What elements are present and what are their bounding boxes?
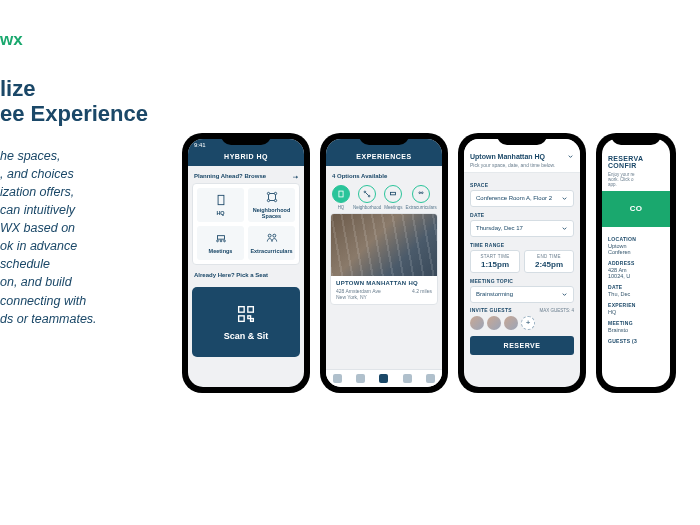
topic-label: MEETING TOPIC [470,278,574,284]
title-line-2: ee Experience [0,101,148,126]
avatar[interactable] [504,316,518,330]
category-neighborhood[interactable]: Neighborhood [353,185,381,210]
svg-rect-21 [239,315,245,321]
form-header: Uptown Manhattan HQ Pick your space, dat… [464,139,580,173]
end-time-select[interactable]: END TIME 2:45pm [524,250,574,273]
loc-label: LOCATION [608,236,664,242]
phone-hybrid-hq: 9:41 HYBRID HQ Planning Ahead? Browse ⇢ … [182,133,310,393]
svg-point-30 [422,191,424,193]
meeting-icon [214,231,228,245]
tile-label: Extracurriculars [250,248,292,254]
tab-profile[interactable] [426,374,435,383]
tile-label: Neighborhood Spaces [248,207,295,219]
tab-bar [326,369,442,387]
svg-point-18 [272,234,275,237]
tile-extracurriculars[interactable]: Extracurriculars [248,226,295,260]
page-description: he spaces, , and choices ization offers,… [0,147,170,328]
guest-avatars: + [470,316,574,330]
addr-value: 428 Am 10024, U [608,267,664,279]
tile-meetings[interactable]: Meetings [197,226,244,260]
chevron-down-icon [561,195,568,202]
svg-rect-23 [251,318,254,321]
tile-label: Meetings [209,248,233,254]
svg-rect-24 [339,191,343,197]
brand-logo: wx [0,30,170,50]
tile-hq[interactable]: HQ [197,188,244,222]
svg-point-16 [223,240,225,242]
phone-experiences: EXPERIENCES 4 Options Available HQ Neigh… [320,133,448,393]
app-header: EXPERIENCES [326,139,442,166]
addr-label: ADDRESS [608,260,664,266]
meeting-icon [384,185,402,203]
building-icon [214,193,228,207]
svg-rect-0 [218,195,224,204]
chevron-down-icon [561,291,568,298]
location-card[interactable]: UPTOWN MANHATTAN HQ 428 Amsterdam Ave Ne… [330,213,438,305]
svg-point-17 [268,234,271,237]
scan-and-sit-button[interactable]: Scan & Sit [192,287,300,357]
category-row: HQ Neighborhood Meetings Extracurri [330,182,438,213]
space-label: SPACE [470,182,574,188]
people-icon [412,185,430,203]
arrow-icon: ⇢ [293,173,298,180]
svg-point-5 [267,192,269,194]
network-icon [265,190,279,204]
avatar[interactable] [487,316,501,330]
space-select[interactable]: Conference Room A, Floor 2 [470,190,574,207]
tab-cal[interactable] [403,374,412,383]
chevron-down-icon [561,225,568,232]
location-title: UPTOWN MANHATTAN HQ [336,280,432,286]
category-extra[interactable]: Extracurriculars [406,185,437,210]
category-meetings[interactable]: Meetings [384,185,402,210]
exp-value: HQ [608,309,664,315]
svg-point-25 [364,191,366,193]
qr-icon [235,303,257,325]
browse-tiles: HQ Neighborhood Spaces Meetings Ext [192,183,300,265]
status-time: 9:41 [194,142,206,148]
scan-label: Scan & Sit [224,331,269,341]
max-guests: MAX GUESTS: 4 [539,308,574,313]
avatar[interactable] [470,316,484,330]
svg-point-14 [216,240,218,242]
chevron-down-icon [567,153,574,160]
page-title: lize ee Experience [0,76,170,127]
svg-rect-13 [217,236,224,240]
start-time-select[interactable]: START TIME 1:15pm [470,250,520,273]
people-icon [265,231,279,245]
tab-home[interactable] [333,374,342,383]
planning-ahead-label: Planning Ahead? Browse ⇢ [192,170,300,183]
phones-row: 9:41 HYBRID HQ Planning Ahead? Browse ⇢ … [170,0,700,525]
location-city: New York, NY [336,294,367,300]
svg-point-26 [368,195,370,197]
loc-value: Uptown Conferen [608,243,664,255]
svg-line-27 [366,192,369,195]
pick-instruction: Pick your space, date, and time below. [470,162,574,168]
location-distance: 4.2 miles [412,288,432,300]
confirm-instruction: Enjoy your re work. Click o app. [608,172,664,187]
category-hq[interactable]: HQ [332,185,350,210]
svg-point-6 [274,192,276,194]
exp-label: EXPERIEN [608,302,664,308]
add-guest-button[interactable]: + [521,316,535,330]
time-label: TIME RANGE [470,242,574,248]
location-photo [331,214,437,276]
tile-neighborhood[interactable]: Neighborhood Spaces [248,188,295,222]
tile-label: HQ [216,210,224,216]
reserve-button[interactable]: RESERVE [470,336,574,355]
left-column: wx lize ee Experience he spaces, , and c… [0,0,170,525]
date-select[interactable]: Thursday, Dec 17 [470,220,574,237]
meeting-label: MEETING [608,320,664,326]
svg-rect-19 [239,306,245,312]
date-label: DATE [470,212,574,218]
location-dropdown-label[interactable]: Uptown Manhattan HQ [470,153,545,160]
guests-label: GUESTS (3 [608,338,664,344]
date-label: DATE [608,284,664,290]
svg-point-7 [267,199,269,201]
topic-select[interactable]: Brainstorming [470,286,574,303]
svg-point-15 [220,240,222,242]
svg-rect-20 [248,306,254,312]
tab-scan[interactable] [379,374,388,383]
title-line-1: lize [0,76,35,101]
tab-book[interactable] [356,374,365,383]
svg-rect-28 [391,192,396,195]
